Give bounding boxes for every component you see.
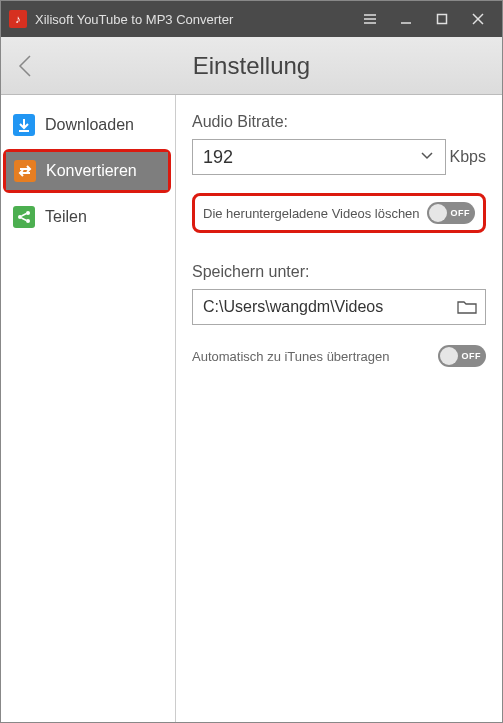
sidebar: Downloaden Konvertieren Teilen [1, 95, 176, 722]
toggle-knob [429, 204, 447, 222]
svg-point-11 [26, 219, 30, 223]
auto-itunes-toggle[interactable]: OFF [438, 345, 486, 367]
convert-icon [14, 160, 36, 182]
bitrate-label: Audio Bitrate: [192, 113, 486, 131]
page-header: Einstellung [1, 37, 502, 95]
sidebar-item-label: Konvertieren [46, 162, 137, 180]
auto-itunes-row: Automatisch zu iTunes übertragen OFF [192, 345, 486, 367]
content-panel: Audio Bitrate: 192 Kbps Die heruntergela… [176, 95, 502, 722]
share-icon [13, 206, 35, 228]
save-path-field[interactable]: C:\Users\wangdm\Videos [192, 289, 486, 325]
svg-point-9 [26, 211, 30, 215]
toggle-state: OFF [451, 208, 471, 218]
close-button[interactable] [460, 1, 496, 37]
bitrate-value: 192 [203, 147, 233, 168]
sidebar-item-label: Downloaden [45, 116, 134, 134]
minimize-button[interactable] [388, 1, 424, 37]
titlebar: ♪ Xilisoft YouTube to MP3 Converter [1, 1, 502, 37]
sidebar-item-label: Teilen [45, 208, 87, 226]
download-icon [13, 114, 35, 136]
svg-line-13 [22, 218, 27, 221]
app-logo-icon: ♪ [9, 10, 27, 28]
body: Downloaden Konvertieren Teilen Audio Bit… [1, 95, 502, 722]
back-button[interactable] [1, 37, 51, 94]
bitrate-select[interactable]: 192 [192, 139, 446, 175]
delete-downloaded-label: Die heruntergeladene Videos löschen [203, 206, 420, 221]
sidebar-item-share[interactable]: Teilen [1, 195, 175, 239]
auto-itunes-label: Automatisch zu iTunes übertragen [192, 349, 390, 364]
toggle-state: OFF [462, 351, 482, 361]
page-title: Einstellung [1, 52, 502, 80]
app-title: Xilisoft YouTube to MP3 Converter [35, 12, 352, 27]
maximize-button[interactable] [424, 1, 460, 37]
sidebar-item-download[interactable]: Downloaden [1, 103, 175, 147]
chevron-down-icon [419, 147, 435, 168]
delete-downloaded-toggle[interactable]: OFF [427, 202, 475, 224]
menu-button[interactable] [352, 1, 388, 37]
sidebar-item-convert[interactable]: Konvertieren [6, 152, 168, 190]
save-under-label: Speichern unter: [192, 263, 486, 281]
toggle-knob [440, 347, 458, 365]
svg-rect-4 [438, 15, 447, 24]
browse-folder-button[interactable] [455, 297, 479, 317]
delete-downloaded-row: Die heruntergeladene Videos löschen OFF [192, 193, 486, 233]
bitrate-unit: Kbps [450, 148, 486, 166]
save-path-text: C:\Users\wangdm\Videos [203, 298, 383, 316]
svg-line-12 [22, 214, 27, 217]
